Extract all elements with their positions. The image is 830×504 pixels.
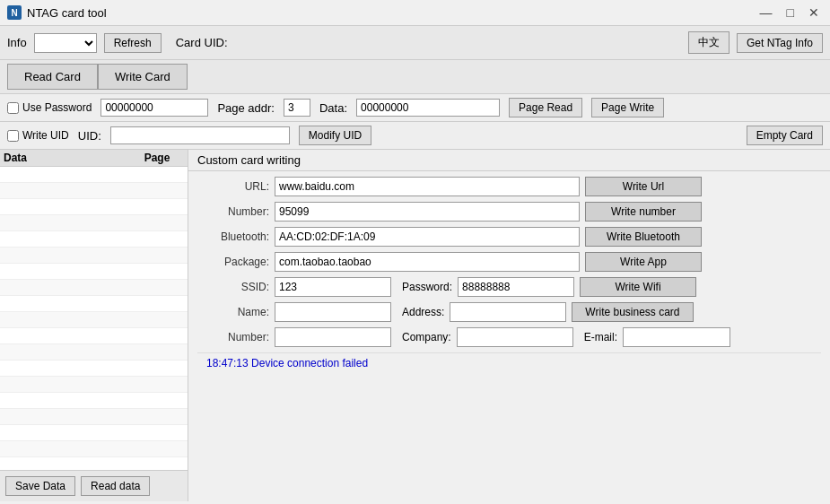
package-row: Package: Write App: [197, 252, 821, 272]
biz-number-label: Number:: [197, 331, 269, 343]
read-card-button[interactable]: Read Card: [7, 64, 98, 90]
left-bottom: Save Data Read data: [0, 470, 188, 501]
wifi-password-input[interactable]: [458, 277, 574, 297]
toolbar-left: Read Card Write Card: [7, 64, 188, 90]
table-row: [0, 167, 188, 183]
uid-input[interactable]: [110, 126, 290, 144]
bluetooth-label: Bluetooth:: [197, 230, 269, 243]
bluetooth-row: Bluetooth: Write Bluetooth: [197, 227, 821, 247]
read-data-button[interactable]: Read data: [81, 476, 150, 496]
table-row: [0, 409, 188, 425]
main-window: Info Refresh Card UID: 中文 Get NTag Info …: [0, 26, 830, 501]
table-row: [0, 296, 188, 312]
table-row: [0, 264, 188, 280]
get-ntag-button[interactable]: Get NTag Info: [737, 33, 823, 53]
biz-number-input[interactable]: [275, 327, 391, 347]
number-input[interactable]: [275, 202, 580, 222]
title-left: N NTAG card tool: [7, 5, 107, 20]
table-row: [0, 344, 188, 361]
write-wifi-button[interactable]: Write Wifi: [580, 277, 696, 297]
write-business-card-button[interactable]: Write business card: [572, 302, 693, 322]
package-label: Package:: [197, 256, 269, 268]
number-row: Number: Write number: [197, 202, 821, 222]
app-icon: N: [7, 5, 22, 20]
table-row: [0, 361, 188, 377]
save-data-button[interactable]: Save Data: [5, 476, 75, 496]
page-read-button[interactable]: Page Read: [509, 98, 582, 117]
biz-address-label: Address:: [402, 306, 444, 318]
maximize-button[interactable]: □: [783, 5, 798, 20]
card-uid-label: Card UID:: [176, 36, 228, 49]
biz-company-label: Company:: [402, 331, 451, 343]
package-input[interactable]: [275, 252, 580, 272]
biz-address-input[interactable]: [450, 302, 566, 322]
biz-name-input[interactable]: [275, 302, 391, 322]
use-password-checkbox[interactable]: [7, 102, 19, 114]
ssid-label: SSID:: [197, 281, 269, 293]
table-row: [0, 248, 188, 264]
uid-label: UID:: [78, 129, 101, 143]
bluetooth-input[interactable]: [275, 227, 580, 247]
table-rows: [0, 167, 188, 465]
write-card-button[interactable]: Write Card: [98, 64, 188, 90]
table-row: [0, 328, 188, 344]
write-uid-checkbox-label[interactable]: Write UID: [7, 129, 69, 142]
options-row-1: Use Password Page addr: Data: Page Read …: [0, 94, 830, 122]
close-button[interactable]: ✕: [805, 5, 823, 20]
email-label: E-mail:: [584, 331, 617, 343]
app-title: NTAG card tool: [27, 6, 107, 20]
table-row: [0, 199, 188, 215]
modify-uid-button[interactable]: Modify UID: [299, 126, 371, 145]
wifi-row: SSID: Password: Write Wifi: [197, 277, 821, 297]
table-row: [0, 441, 188, 457]
table-row: [0, 183, 188, 199]
table-row: [0, 457, 188, 465]
url-label: URL:: [197, 180, 269, 193]
email-input[interactable]: [623, 327, 730, 347]
title-bar: N NTAG card tool — □ ✕: [0, 0, 830, 26]
window-controls: — □ ✕: [756, 5, 823, 20]
left-table: Data Page: [0, 150, 188, 470]
biz-extra-row: Number: Company: E-mail:: [197, 327, 821, 347]
table-row: [0, 312, 188, 328]
biz-name-row: Name: Address: Write business card: [197, 302, 821, 322]
refresh-button[interactable]: Refresh: [104, 33, 162, 53]
data-input[interactable]: [356, 99, 500, 117]
page-column-header: Page: [130, 152, 184, 164]
write-url-button[interactable]: Write Url: [585, 177, 702, 196]
info-label: Info: [7, 36, 27, 49]
table-header: Data Page: [0, 150, 188, 167]
table-row: [0, 215, 188, 231]
password-input[interactable]: [100, 99, 208, 117]
lang-button[interactable]: 中文: [688, 31, 730, 54]
data-label: Data:: [319, 101, 347, 115]
status-bar: 18:47:13 Device connection failed: [197, 352, 821, 373]
table-row: [0, 377, 188, 393]
info-bar: Info Refresh Card UID: 中文 Get NTag Info: [0, 26, 830, 60]
table-row: [0, 425, 188, 441]
url-input[interactable]: [275, 177, 580, 196]
options-row-2: Write UID UID: Modify UID Empty Card: [0, 122, 830, 150]
right-panel: Custom card writing URL: Write Url Numbe…: [188, 150, 830, 501]
write-uid-checkbox[interactable]: [7, 130, 19, 142]
left-panel: Data Page: [0, 150, 188, 501]
ssid-input[interactable]: [275, 277, 391, 297]
write-app-button[interactable]: Write App: [585, 252, 702, 272]
write-number-button[interactable]: Write number: [585, 202, 702, 222]
page-write-button[interactable]: Page Write: [591, 98, 664, 117]
minimize-button[interactable]: —: [756, 5, 776, 20]
write-bluetooth-button[interactable]: Write Bluetooth: [585, 227, 702, 247]
page-addr-input[interactable]: [284, 99, 310, 117]
table-row: [0, 280, 188, 296]
biz-company-input[interactable]: [457, 327, 573, 347]
use-password-checkbox-label[interactable]: Use Password: [7, 101, 92, 114]
table-row: [0, 231, 188, 248]
content-area: Data Page: [0, 150, 830, 501]
biz-name-label: Name:: [197, 306, 269, 318]
number-label: Number:: [197, 205, 269, 218]
device-select[interactable]: [34, 33, 97, 53]
table-row: [0, 393, 188, 409]
url-row: URL: Write Url: [197, 177, 821, 196]
empty-card-button[interactable]: Empty Card: [747, 126, 823, 145]
page-addr-label: Page addr:: [217, 101, 275, 115]
